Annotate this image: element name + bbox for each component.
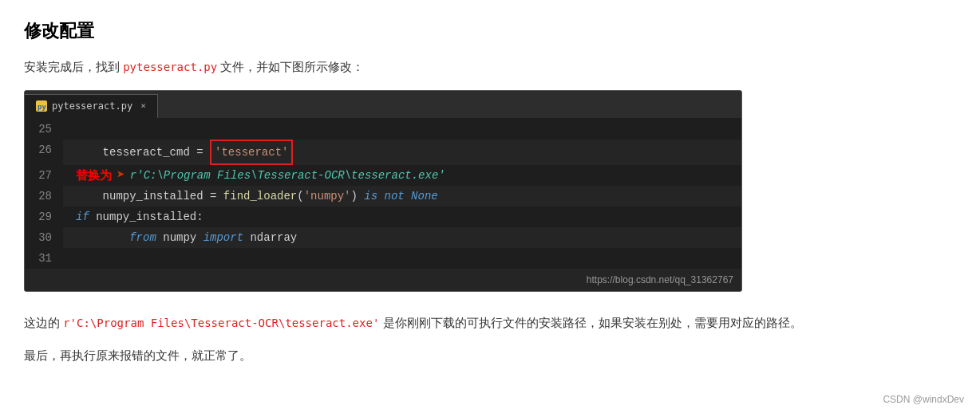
tab-close-button[interactable]: × bbox=[140, 99, 146, 114]
tab-filename: pytesseract.py bbox=[52, 98, 132, 114]
code-line-26: 26 tesseract_cmd = 'tesseract' bbox=[25, 140, 741, 165]
line-num-27: 27 bbox=[25, 165, 63, 186]
code-line-27: 27 替换为 ➤ r'C:\Program Files\Tesseract-OC… bbox=[25, 165, 741, 186]
last-paragraph: 最后，再执行原来报错的文件，就正常了。 bbox=[24, 345, 956, 366]
line-num-30: 30 bbox=[25, 227, 63, 248]
line-num-26: 26 bbox=[25, 140, 63, 165]
python-file-icon: py bbox=[36, 100, 47, 112]
line-num-29: 29 bbox=[25, 207, 63, 227]
desc-text1: 这边的 bbox=[24, 316, 60, 329]
line-num-25: 25 bbox=[25, 119, 63, 140]
tab-bar: py pytesseract.py × bbox=[25, 91, 741, 118]
intro-paragraph: 安装完成后，找到 pytesseract.py 文件，并如下图所示修改： bbox=[24, 57, 956, 77]
intro-text1: 安装完成后，找到 bbox=[24, 60, 120, 73]
line-content-25 bbox=[63, 119, 741, 140]
intro-text2: 文件，并如下图所示修改： bbox=[220, 60, 364, 73]
arrow-icon: ➤ bbox=[117, 165, 125, 186]
code-line-29: 29 if numpy_installed: bbox=[25, 207, 741, 227]
svg-text:py: py bbox=[38, 103, 46, 111]
line-num-28: 28 bbox=[25, 186, 63, 207]
replace-label: 替换为 bbox=[76, 165, 112, 186]
line-content-26: tesseract_cmd = 'tesseract' bbox=[63, 140, 741, 165]
desc-text2: 是你刚刚下载的可执行文件的安装路径，如果安装在别处，需要用对应的路径。 bbox=[383, 316, 802, 329]
line-num-31: 31 bbox=[25, 248, 63, 269]
code-line-30: 30 from numpy import ndarray bbox=[25, 227, 741, 248]
desc-code: r'C:\Program Files\Tesseract-OCR\tessera… bbox=[63, 317, 379, 329]
code-screenshot: py pytesseract.py × 25 26 tesseract_cmd … bbox=[24, 90, 742, 292]
desc-paragraph: 这边的 r'C:\Program Files\Tesseract-OCR\tes… bbox=[24, 312, 956, 333]
replace-value: r'C:\Program Files\Tesseract-OCR\tessera… bbox=[130, 165, 445, 186]
code-line-25: 25 bbox=[25, 119, 741, 140]
line-content-29: if numpy_installed: bbox=[63, 207, 741, 227]
line-content-27: 替换为 ➤ r'C:\Program Files\Tesseract-OCR\t… bbox=[63, 165, 741, 186]
file-tab[interactable]: py pytesseract.py × bbox=[25, 94, 158, 117]
page-title: 修改配置 bbox=[24, 16, 956, 45]
highlight-tesseract: 'tesseract' bbox=[210, 140, 293, 165]
code-area: 25 26 tesseract_cmd = 'tesseract' 27 替换为… bbox=[25, 119, 741, 291]
line-content-28: numpy_installed = find_loader('numpy') i… bbox=[63, 186, 741, 207]
intro-file-link[interactable]: pytesseract.py bbox=[123, 61, 217, 73]
code-line-28: 28 numpy_installed = find_loader('numpy'… bbox=[25, 186, 741, 207]
line-content-31 bbox=[63, 248, 741, 269]
line-content-30: from numpy import ndarray bbox=[63, 227, 741, 248]
code-line-31: 31 bbox=[25, 248, 741, 269]
watermark: https://blog.csdn.net/qq_31362767 bbox=[25, 269, 741, 291]
